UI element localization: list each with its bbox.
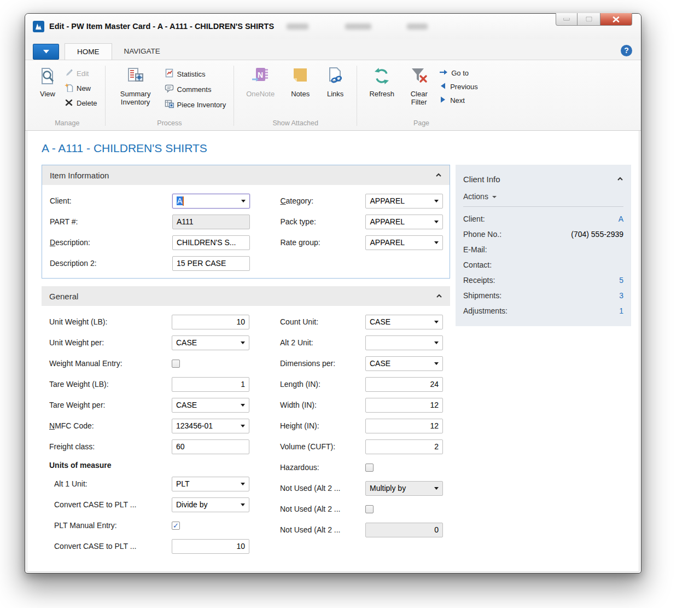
adjustments-value[interactable]: 1 [619,306,623,315]
fasttab-title: Item Information [50,171,109,180]
notes-button[interactable]: Notes [283,63,317,119]
svg-text:N: N [258,71,263,79]
go-to-icon [439,68,448,78]
height-text[interactable]: 12 [365,419,443,433]
alt-1-unit-combo[interactable]: PLT [172,477,249,491]
length-label: Length (IN): [280,380,365,389]
pack-type-combo[interactable]: APPAREL [365,215,443,229]
piece-inventory-icon [165,99,174,110]
description-row: Description:CHILDREN'S S... [50,232,257,253]
receipts-value[interactable]: 5 [619,276,623,285]
category-combo[interactable]: APPAREL [365,194,443,209]
new-button[interactable]: New [62,83,100,94]
clear-filter-button[interactable]: Clear Filter [403,63,435,119]
combo-arrow-icon [241,503,245,506]
tare-weight-text[interactable]: 1 [172,377,249,392]
maximize-button[interactable] [578,13,600,26]
page-content: A - A111 - CHILDREN'S SHIRTS Item Inform… [27,131,639,572]
freight-class-label: Freight class: [49,442,172,451]
description-text[interactable]: CHILDREN'S S... [172,235,250,250]
combo-arrow-icon [434,321,439,323]
comments-button[interactable]: Comments [162,83,229,95]
general-left-fields: Unit Weight (LB):10Unit Weight per:CASEW… [49,311,257,557]
count-unit-combo[interactable]: CASE [365,315,443,329]
go-to-button[interactable]: Go to [437,68,480,78]
previous-button[interactable]: Previous [437,82,480,92]
fasttab-item-information: Item Information Client:APART #:A111Desc… [42,165,450,279]
fasttab-header-general[interactable]: General [42,286,450,306]
plt-manual-entry-checkbox[interactable]: ✓ [172,522,180,530]
not-used-alt2-value-label: Not Used (Alt 2 ... [280,525,365,534]
window-controls [556,13,632,26]
convert-case-to-plt-method-combo[interactable]: Divide by [172,497,249,512]
refresh-button[interactable]: Refresh [363,63,401,119]
alt-2-unit-combo[interactable] [365,335,443,350]
not-used-alt2-check-label: Not Used (Alt 2 ... [280,505,365,513]
volume-text[interactable]: 2 [365,439,443,454]
close-button[interactable] [600,13,632,26]
help-icon[interactable]: ? [621,45,632,56]
ribbon-group-manage: View Edit New Delete [31,62,104,130]
unit-weight-row: Unit Weight (LB):10 [49,311,257,332]
width-label: Width (IN): [280,401,365,409]
unit-weight-text[interactable]: 10 [172,315,249,329]
convert-case-to-plt-value-text[interactable]: 10 [172,539,249,554]
volume-label: Volume (CUFT): [280,442,365,451]
fasttab-header-item-information[interactable]: Item Information [42,165,450,185]
contact-label: Contact: [463,260,492,269]
rate-group-combo[interactable]: APPAREL [365,235,443,250]
width-text[interactable]: 12 [365,398,443,413]
contact-row: Contact: [463,257,623,273]
freight-class-text[interactable]: 60 [172,439,249,454]
length-text[interactable]: 24 [365,377,443,392]
dimensions-per-combo[interactable]: CASE [365,356,443,371]
minimize-button[interactable] [556,13,578,26]
window-title: Edit - PW Item Master Card - A - A111 - … [49,22,274,31]
next-button[interactable]: Next [437,95,480,106]
not-used-alt2-check-checkbox[interactable] [365,505,374,513]
ribbon: View Edit New Delete [25,60,641,131]
combo-arrow-icon [434,221,439,223]
nmfc-code-combo[interactable]: 123456-01 [172,419,249,433]
view-button[interactable]: View [35,63,60,119]
statistics-button[interactable]: Statistics [162,68,229,80]
actions-menu[interactable]: Actions [463,188,623,205]
client-row: Client:A [463,211,623,227]
tab-navigate[interactable]: NAVIGATE [112,43,172,60]
shipments-value[interactable]: 3 [619,291,623,300]
summary-inventory-icon [126,67,145,88]
summary-inventory-button[interactable]: Summary Inventory [111,63,160,119]
tare-weight-per-combo[interactable]: CASE [172,398,249,413]
links-button[interactable]: Links [319,63,351,119]
delete-button[interactable]: Delete [62,97,100,109]
collapse-chevron-icon[interactable] [617,177,623,181]
application-menu-button[interactable] [33,44,59,60]
weight-manual-entry-checkbox[interactable] [172,360,180,368]
collapse-chevron-icon[interactable] [436,294,442,298]
description-2-text[interactable]: 15 PER CASE [172,256,250,271]
fasttab-title: General [49,292,78,301]
client-value[interactable]: A [619,215,623,223]
piece-inventory-button[interactable]: Piece Inventory [162,99,229,111]
client-info-rows: Client:APhone No.:(704) 555-2939E-Mail:C… [463,211,623,319]
rate-group-row: Rate group:APPAREL [280,232,450,253]
part-number-row: PART #:A111 [50,211,257,232]
item-info-left-fields: Client:APART #:A111Description:CHILDREN'… [50,190,257,274]
tare-weight-label: Tare Weight (LB): [49,380,172,389]
hazardous-row: Hazardous: [280,457,450,478]
hazardous-checkbox[interactable] [365,464,374,472]
tab-home[interactable]: HOME [65,43,112,60]
ribbon-group-page: Refresh Clear Filter Go to Previous [358,62,485,130]
unit-weight-per-combo[interactable]: CASE [172,335,249,350]
rate-group-label: Rate group: [280,238,365,247]
collapse-chevron-icon[interactable] [435,173,442,177]
convert-case-to-plt-value-label: Convert CASE to PLT ... [54,542,172,551]
group-label-manage: Manage [35,119,100,130]
combo-arrow-icon [241,425,245,427]
not-used-alt2-method-combo: Multiply by [365,481,443,496]
links-icon [326,67,345,88]
client-combo[interactable]: A [172,194,250,209]
category-label: Category: [280,196,365,205]
phone-no-value: (704) 555-2939 [571,230,623,239]
combo-arrow-icon [241,404,245,407]
